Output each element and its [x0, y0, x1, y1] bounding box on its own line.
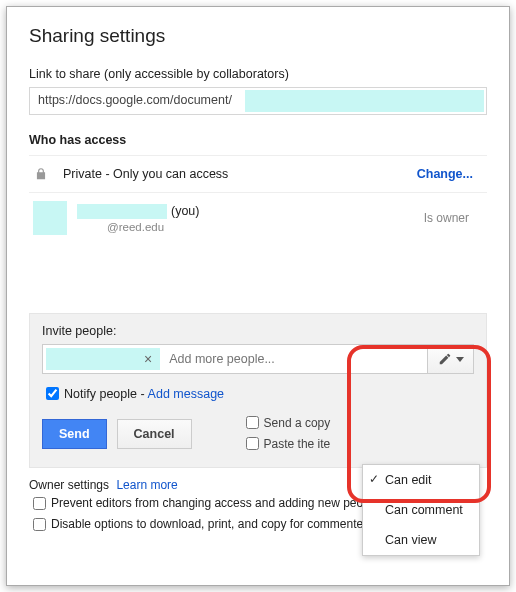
dropdown-can-view[interactable]: Can view: [363, 525, 479, 555]
send-copy-checkbox[interactable]: [246, 416, 259, 429]
notify-row: Notify people - Add message: [42, 384, 474, 403]
extra-options: Send a copy Paste the ite: [242, 413, 331, 455]
caret-down-icon: [456, 357, 464, 362]
user-role: Is owner: [424, 211, 469, 225]
send-button[interactable]: Send: [42, 419, 107, 449]
add-more-people-input[interactable]: [163, 345, 427, 373]
notify-people-label: Notify people -: [64, 387, 145, 401]
dropdown-can-comment[interactable]: Can comment: [363, 495, 479, 525]
user-row-owner: (you) @reed.edu Is owner: [29, 193, 487, 243]
cancel-button[interactable]: Cancel: [117, 419, 192, 449]
dialog-title: Sharing settings: [29, 25, 487, 47]
paste-item-label: Paste the ite: [264, 437, 331, 451]
notify-people-checkbox[interactable]: [46, 387, 59, 400]
chip-remove-icon[interactable]: ×: [140, 351, 156, 367]
link-to-share-box: [29, 87, 487, 115]
dropdown-can-edit[interactable]: Can edit: [363, 465, 479, 495]
redacted-user-name: [77, 204, 167, 219]
prevent-editors-checkbox[interactable]: [33, 497, 46, 510]
redacted-link-segment: [245, 90, 484, 112]
permission-dropdown-menu: Can edit Can comment Can view: [362, 464, 480, 556]
user-email: @reed.edu: [107, 221, 424, 233]
invite-input-row: ×: [42, 344, 474, 374]
send-copy-label: Send a copy: [264, 416, 331, 430]
disable-download-checkbox[interactable]: [33, 518, 46, 531]
change-access-link[interactable]: Change...: [417, 167, 473, 181]
invite-people-label: Invite people:: [42, 324, 474, 338]
avatar: [33, 201, 67, 235]
invite-panel: Invite people: × Notify people - Add mes…: [29, 313, 487, 468]
sharing-settings-dialog: Sharing settings Link to share (only acc…: [6, 6, 510, 586]
user-name-block: (you) @reed.edu: [77, 204, 424, 233]
access-row-private: Private - Only you can access Change...: [29, 155, 487, 193]
invite-chip: ×: [46, 348, 160, 370]
paste-item-checkbox[interactable]: [246, 437, 259, 450]
private-access-text: Private - Only you can access: [63, 167, 417, 181]
redacted-chip-name: [52, 352, 134, 366]
learn-more-link[interactable]: Learn more: [116, 478, 177, 492]
add-message-link[interactable]: Add message: [148, 387, 224, 401]
lock-icon: [33, 166, 49, 182]
pencil-icon: [438, 352, 452, 366]
permission-dropdown-button[interactable]: [427, 345, 473, 373]
owner-settings-label: Owner settings: [29, 478, 109, 492]
you-suffix: (you): [171, 204, 199, 218]
link-to-share-input[interactable]: [30, 88, 240, 112]
who-has-access-label: Who has access: [29, 133, 487, 147]
invite-button-row: Send Cancel Send a copy Paste the ite: [42, 413, 474, 455]
prevent-editors-label: Prevent editors from changing access and…: [51, 496, 379, 510]
link-to-share-label: Link to share (only accessible by collab…: [29, 67, 487, 81]
